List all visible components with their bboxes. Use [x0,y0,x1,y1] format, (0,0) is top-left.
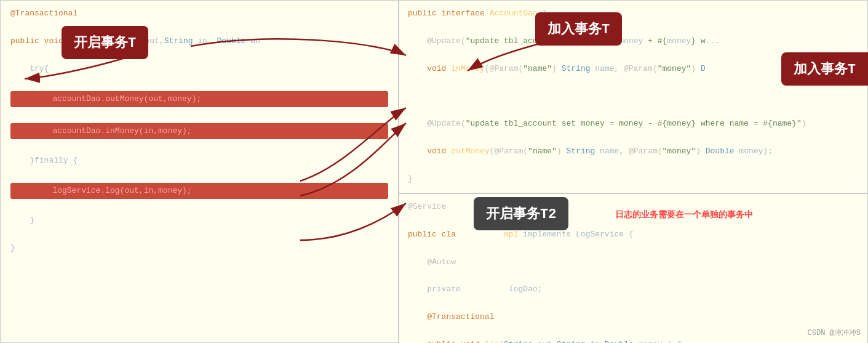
account-dao-code: public interface AccountDao { @Update("u… [408,7,859,187]
start-transaction2-tooltip: 开启事务T2 [474,197,568,230]
join-transaction-1-tooltip: 加入事务T [535,12,622,46]
start-transaction-tooltip: 开启事务T [62,26,148,59]
join-transaction-2-tooltip: 加入事务T [781,52,868,86]
left-panel: @Transactional public void transfer(Stri… [0,0,399,343]
account-dao-box: public interface AccountDao { @Update("u… [399,0,868,193]
right-panel: public interface AccountDao { @Update("u… [399,0,868,343]
log-note: 日志的业务需要在一个单独的事务中 [615,209,753,220]
watermark: CSDN @冲冲冲S [808,328,861,338]
main-container: @Transactional public void transfer(Stri… [0,0,868,343]
